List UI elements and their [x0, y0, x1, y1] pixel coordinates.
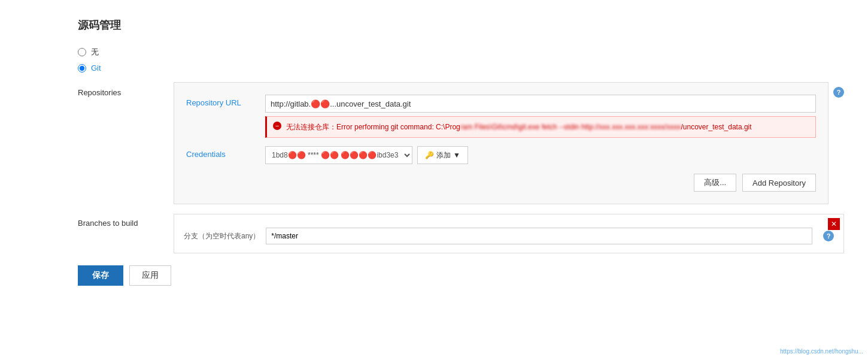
content-area: 源码管理 无 Git Repositories Repository UR — [0, 0, 868, 298]
branch-description: 分支（为空时代表any） — [184, 231, 260, 241]
close-branch-button[interactable]: ✕ — [828, 218, 840, 230]
radio-git-item: Git — [78, 63, 844, 72]
save-button[interactable]: 保存 — [78, 265, 123, 286]
repositories-content-box: Repository URL − 无法连接仓库：Error performing… — [174, 82, 828, 204]
radio-git-label[interactable]: Git — [91, 63, 101, 72]
repositories-section: Repositories Repository URL — [78, 82, 844, 204]
radio-git[interactable] — [78, 64, 86, 72]
page-container: 源码管理 无 Git Repositories Repository UR — [0, 0, 868, 357]
radio-none-label[interactable]: 无 — [91, 47, 99, 58]
source-control-radio-group: 无 Git — [78, 47, 844, 72]
error-icon: − — [273, 122, 281, 130]
branches-label: Branches to build — [78, 214, 174, 228]
branch-input[interactable] — [266, 228, 812, 244]
error-text: 无法连接仓库：Error performing git command: C:\… — [286, 122, 752, 132]
credentials-select[interactable]: 1bd8🔴🔴 **** 🔴🔴 🔴🔴🔴🔴ibd3e3 — [265, 146, 412, 164]
repo-outer-row: Repository URL − 无法连接仓库：Error performing… — [174, 82, 844, 204]
branches-section: Branches to build ✕ 分支（为空时代表any） ? 保存 应用 — [78, 214, 844, 286]
repositories-panel: Repository URL − 无法连接仓库：Error performing… — [174, 82, 844, 204]
page-title: 源码管理 — [78, 18, 844, 32]
key-icon: 🔑 — [425, 151, 434, 159]
apply-button[interactable]: 应用 — [129, 265, 171, 286]
repo-url-input[interactable] — [265, 95, 816, 113]
branches-content-box: ✕ 分支（为空时代表any） ? — [174, 214, 844, 253]
credentials-field: 1bd8🔴🔴 **** 🔴🔴 🔴🔴🔴🔴ibd3e3 🔑 添加 ▼ — [265, 146, 816, 164]
repo-help-icon[interactable]: ? — [833, 87, 844, 98]
error-line: − 无法连接仓库：Error performing git command: C… — [273, 122, 809, 132]
radio-none[interactable] — [78, 48, 86, 56]
branch-help-icon[interactable]: ? — [823, 231, 834, 241]
action-buttons: 高级... Add Repository — [186, 174, 816, 192]
radio-none-item: 无 — [78, 47, 844, 58]
repo-url-field: − 无法连接仓库：Error performing git command: C… — [265, 95, 816, 138]
add-credentials-label: 添加 — [436, 150, 451, 161]
branch-input-row: 分支（为空时代表any） ? — [184, 228, 834, 244]
footer-buttons: 保存 应用 — [78, 265, 844, 286]
add-credentials-button[interactable]: 🔑 添加 ▼ — [417, 146, 468, 164]
branches-outer: Branches to build ✕ 分支（为空时代表any） ? — [78, 214, 844, 253]
repositories-label: Repositories — [78, 82, 174, 204]
advanced-button[interactable]: 高级... — [694, 174, 736, 192]
repo-url-label: Repository URL — [186, 95, 258, 107]
watermark: https://blog.csdn.net/hongshu... — [780, 348, 863, 355]
credentials-controls: 1bd8🔴🔴 **** 🔴🔴 🔴🔴🔴🔴ibd3e3 🔑 添加 ▼ — [265, 146, 816, 164]
add-repository-button[interactable]: Add Repository — [742, 174, 816, 192]
credentials-row: Credentials 1bd8🔴🔴 **** 🔴🔴 🔴🔴🔴🔴ibd3e3 🔑 … — [186, 146, 816, 164]
credentials-label: Credentials — [186, 146, 258, 159]
dropdown-arrow-icon: ▼ — [453, 151, 460, 159]
repo-url-row: Repository URL − 无法连接仓库：Error performing… — [186, 95, 816, 138]
error-box: − 无法连接仓库：Error performing git command: C… — [265, 116, 816, 138]
